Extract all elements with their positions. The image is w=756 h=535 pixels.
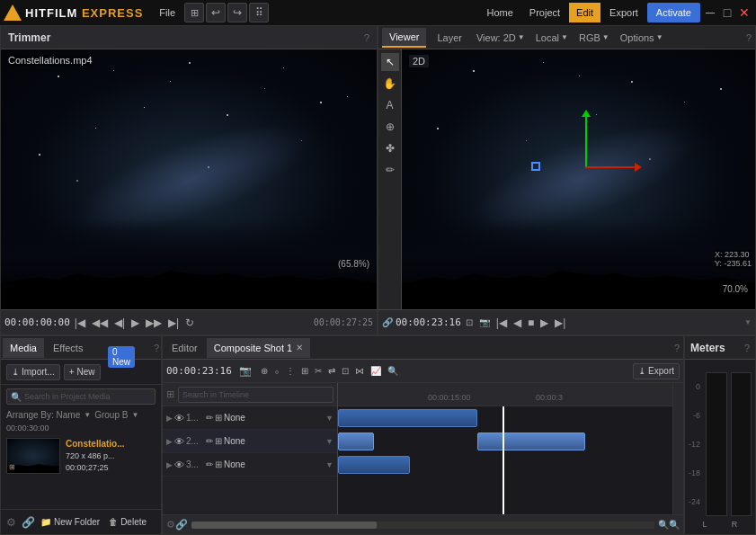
- gizmo-square: [531, 162, 540, 171]
- track-2-edit-icon[interactable]: ✏: [206, 436, 213, 446]
- prev-frame-btn[interactable]: |◀: [73, 317, 87, 329]
- clip-track-2b[interactable]: [477, 432, 585, 450]
- local-dropdown[interactable]: Local ▼: [532, 32, 572, 43]
- viewer-stop[interactable]: ■: [526, 317, 536, 329]
- media-help[interactable]: ?: [154, 343, 159, 353]
- rgb-dropdown[interactable]: RGB ▼: [575, 32, 613, 43]
- zoom-in-icon[interactable]: 🔍: [669, 520, 680, 530]
- loop-btn[interactable]: ↻: [183, 317, 196, 329]
- menu-project[interactable]: Project: [522, 3, 567, 22]
- zoom-timeline-btn[interactable]: 🔍: [386, 366, 400, 376]
- track-1-dropdown[interactable]: ▼: [325, 414, 334, 423]
- ruler-mark-1: 00:00:15:00: [428, 393, 471, 402]
- timeline-search[interactable]: Search in Timeline: [178, 387, 334, 403]
- viewer-play-back[interactable]: ◀: [511, 317, 523, 329]
- activate-button[interactable]: Activate: [647, 3, 700, 22]
- close-btn[interactable]: ✕: [736, 4, 752, 21]
- clip-track-3[interactable]: [338, 456, 410, 474]
- next-frame-btn[interactable]: ▶|: [166, 317, 181, 329]
- track-3-dropdown[interactable]: ▼: [325, 460, 334, 469]
- viewer-play-fwd[interactable]: ▶: [538, 317, 550, 329]
- menu-export[interactable]: Export: [602, 3, 645, 22]
- settings-icon-2: ⚙: [166, 519, 175, 531]
- track-2-expand[interactable]: ▶: [166, 437, 173, 446]
- menu-home[interactable]: Home: [480, 3, 520, 22]
- viewer-tab[interactable]: Viewer: [382, 28, 426, 48]
- viewer-prev-btn[interactable]: ⊡: [464, 317, 475, 327]
- magnet-btn[interactable]: ⋈: [353, 366, 366, 376]
- lift-btn[interactable]: ⊡: [340, 366, 351, 376]
- export-btn[interactable]: ⤓ Export: [633, 363, 680, 379]
- track-3-eye[interactable]: 👁: [174, 459, 184, 470]
- camera-icon[interactable]: 📷: [239, 365, 252, 377]
- editor-help[interactable]: ?: [674, 343, 680, 353]
- view-2d-dropdown[interactable]: View: 2D ▼: [473, 32, 529, 43]
- viewer-step-back[interactable]: |◀: [494, 317, 509, 329]
- app-brand: HITFILM EXPRESS: [25, 6, 143, 20]
- viewer-zoom-arrow[interactable]: ▼: [744, 318, 752, 326]
- viewer-step-fwd[interactable]: ▶|: [553, 317, 567, 329]
- new-folder-button[interactable]: 📁 New Folder: [40, 517, 100, 527]
- chart-btn[interactable]: 📈: [369, 366, 383, 376]
- track-2-eye[interactable]: 👁: [174, 436, 184, 447]
- restore-btn[interactable]: □: [719, 4, 735, 21]
- play-btn[interactable]: ▶: [129, 317, 141, 329]
- layer-tab[interactable]: Layer: [430, 28, 469, 48]
- meters-help[interactable]: ?: [744, 343, 750, 353]
- add-keyframe-btn[interactable]: ⬦: [272, 366, 281, 376]
- track-3-expand[interactable]: ▶: [166, 460, 173, 469]
- group-arrow[interactable]: ▼: [131, 411, 138, 419]
- track-3-label: None: [224, 459, 245, 469]
- arrange-arrow[interactable]: ▼: [84, 411, 91, 419]
- viewer-help[interactable]: ?: [746, 32, 752, 43]
- minimize-btn[interactable]: ─: [702, 4, 718, 21]
- snap-btn[interactable]: ⋮: [284, 366, 297, 376]
- zoom-out-icon[interactable]: 🔍: [658, 520, 669, 530]
- transform-tool[interactable]: ⊕: [381, 118, 399, 136]
- timeline-scrollbar[interactable]: [672, 383, 683, 514]
- play-back-btn[interactable]: ◀◀: [90, 317, 110, 329]
- undo-btn[interactable]: ↩: [206, 3, 226, 22]
- clip-track-1[interactable]: [338, 409, 477, 427]
- menu-edit[interactable]: Edit: [569, 3, 600, 22]
- text-tool[interactable]: A: [381, 96, 399, 114]
- effects-tab[interactable]: Effects: [46, 338, 90, 358]
- timeline-scrollbar-h[interactable]: [191, 522, 654, 529]
- media-duration-label: 00:00:30:00: [6, 424, 49, 432]
- select-tool[interactable]: ↖: [381, 53, 399, 71]
- move-tool[interactable]: ✤: [381, 139, 399, 157]
- play-fwd-btn[interactable]: ▶▶: [144, 317, 164, 329]
- track-1-expand[interactable]: ▶: [166, 414, 173, 423]
- track-1-eye[interactable]: 👁: [174, 413, 184, 424]
- menu-file[interactable]: File: [152, 3, 182, 22]
- composite-tab[interactable]: Composite Shot 1 ✕: [207, 338, 310, 358]
- composite-close[interactable]: ✕: [296, 343, 303, 352]
- clip-track-2a[interactable]: [338, 432, 374, 450]
- hand-tool[interactable]: ✋: [381, 75, 399, 93]
- import-button[interactable]: ⤓ Import...: [6, 364, 60, 380]
- project-media-search[interactable]: 🔍 Search in Project Media: [6, 388, 156, 405]
- redo-btn[interactable]: ↪: [227, 3, 247, 22]
- media-tab[interactable]: Media: [3, 338, 44, 358]
- grid-btn[interactable]: ⠿: [249, 3, 269, 22]
- step-back-btn[interactable]: ◀|: [112, 317, 127, 329]
- timeline-tracks-area: [338, 406, 683, 514]
- trimmer-help-icon[interactable]: ?: [364, 32, 369, 43]
- delete-button[interactable]: 🗑 Delete: [109, 517, 147, 527]
- track-1-edit-icon[interactable]: ✏: [206, 413, 213, 423]
- new-media-button[interactable]: + New: [64, 364, 101, 380]
- media-item[interactable]: ⊞ Constellatio... 720 x 486 p... 00:00;2…: [1, 434, 161, 477]
- options-dropdown[interactable]: Options ▼: [617, 32, 667, 43]
- edit-icon-1[interactable]: ⊞: [184, 3, 204, 22]
- viewer-link-icon: 🔗: [382, 317, 393, 327]
- viewer-cam-btn[interactable]: 📷: [477, 317, 492, 327]
- track-3-edit-icon[interactable]: ✏: [206, 459, 213, 469]
- trim-btn[interactable]: ⊞: [299, 366, 310, 376]
- track-2-dropdown[interactable]: ▼: [325, 437, 334, 446]
- pen-tool[interactable]: ✏: [381, 161, 399, 179]
- add-marker-btn[interactable]: ⊕: [259, 366, 270, 376]
- slip-btn[interactable]: ⇄: [326, 366, 337, 376]
- meter-bar-l: [706, 372, 727, 516]
- razor-btn[interactable]: ✂: [313, 366, 324, 376]
- editor-tab[interactable]: Editor: [166, 341, 203, 355]
